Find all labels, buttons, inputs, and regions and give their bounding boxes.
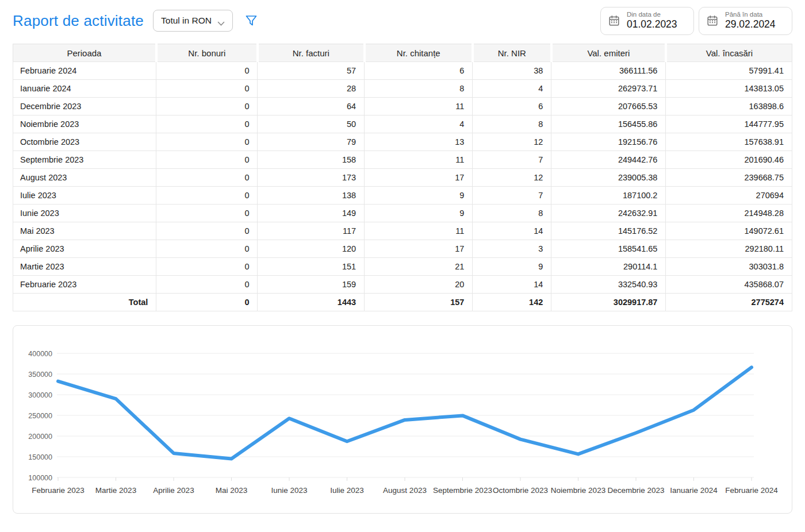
table-header: PerioadaNr. bonuriNr. facturiNr. chitanț… bbox=[13, 44, 792, 62]
value-cell: 292180.11 bbox=[666, 240, 792, 258]
x-axis-tick-label: Februarie 2023 bbox=[32, 486, 85, 495]
value-cell: 239005.38 bbox=[551, 169, 666, 187]
value-cell: 0 bbox=[156, 169, 258, 187]
value-cell: 249442.76 bbox=[551, 151, 666, 169]
value-cell: 20 bbox=[365, 276, 473, 294]
x-axis-tick-label: Mai 2023 bbox=[216, 486, 248, 495]
value-cell: 0 bbox=[156, 115, 258, 133]
currency-dropdown-value: Totul in RON bbox=[161, 16, 212, 26]
x-axis-tick-label: August 2023 bbox=[383, 486, 427, 495]
value-cell: 57991.41 bbox=[666, 62, 792, 80]
report-page: Raport de activitate Totul in RON Din da bbox=[0, 7, 805, 514]
column-header: Perioada bbox=[13, 44, 156, 62]
value-cell: 163898.6 bbox=[666, 98, 792, 115]
value-cell: 28 bbox=[258, 80, 365, 98]
value-cell: 9 bbox=[365, 187, 473, 205]
value-cell: 366111.56 bbox=[551, 62, 666, 80]
table-row: Februarie 202301592014332540.93435868.07 bbox=[13, 276, 792, 294]
x-axis-tick-label: Decembrie 2023 bbox=[607, 486, 664, 495]
value-cell: 157638.91 bbox=[666, 133, 792, 151]
value-cell: 187100.2 bbox=[551, 187, 666, 205]
table-row: Octombrie 20230791312192156.76157638.91 bbox=[13, 133, 792, 151]
value-cell: 4 bbox=[365, 115, 473, 133]
x-axis-tick-label: Martie 2023 bbox=[95, 486, 136, 495]
value-cell: 156455.86 bbox=[551, 115, 666, 133]
value-cell: 201690.46 bbox=[666, 151, 792, 169]
table-row: Septembrie 20230158117249442.76201690.46 bbox=[13, 151, 792, 169]
table-row: Aprilie 20230120173158541.65292180.11 bbox=[13, 240, 792, 258]
period-cell: Aprilie 2023 bbox=[13, 240, 156, 258]
value-cell: 12 bbox=[473, 133, 551, 151]
value-cell: 14 bbox=[473, 222, 551, 240]
date-from-picker[interactable]: Din data de 01.02.2023 bbox=[600, 7, 694, 35]
table-row: Mai 202301171114145176.52149072.61 bbox=[13, 222, 792, 240]
chart-card: 4000003500003000002500002000001500001000… bbox=[13, 325, 792, 514]
value-cell: 50 bbox=[258, 115, 365, 133]
period-cell: Decembrie 2023 bbox=[13, 98, 156, 115]
value-cell: 4 bbox=[473, 80, 551, 98]
table-row: Ianuarie 202402884262973.71143813.05 bbox=[13, 80, 792, 98]
y-axis-tick-label: 350000 bbox=[28, 371, 52, 379]
value-cell: 159 bbox=[258, 276, 365, 294]
period-cell: Septembrie 2023 bbox=[13, 151, 156, 169]
table-footer: Total014431571423029917.872775274 bbox=[13, 294, 792, 311]
total-row: Total014431571423029917.872775274 bbox=[13, 294, 792, 311]
value-cell: 6 bbox=[365, 62, 473, 80]
value-cell: 6 bbox=[473, 98, 551, 115]
value-cell: 138 bbox=[258, 187, 365, 205]
top-bar: Raport de activitate Totul in RON Din da bbox=[13, 7, 792, 34]
column-header: Nr. chitanțe bbox=[365, 44, 473, 62]
period-cell: Iulie 2023 bbox=[13, 187, 156, 205]
value-cell: 149 bbox=[258, 205, 365, 222]
value-cell: 192156.76 bbox=[551, 133, 666, 151]
column-header: Nr. facturi bbox=[258, 44, 365, 62]
x-axis-tick-label: Octombrie 2023 bbox=[493, 486, 548, 495]
value-cell: 207665.53 bbox=[551, 98, 666, 115]
value-cell: 0 bbox=[156, 258, 258, 276]
value-cell: 9 bbox=[473, 258, 551, 276]
currency-dropdown[interactable]: Totul in RON bbox=[153, 10, 233, 32]
value-cell: 3 bbox=[473, 240, 551, 258]
period-cell: Iunie 2023 bbox=[13, 205, 156, 222]
period-cell: August 2023 bbox=[13, 169, 156, 187]
value-cell: 8 bbox=[473, 115, 551, 133]
value-cell: 0 bbox=[156, 222, 258, 240]
period-cell: Februarie 2023 bbox=[13, 276, 156, 294]
value-cell: 11 bbox=[365, 151, 473, 169]
value-cell: 0 bbox=[156, 205, 258, 222]
table-row: Iulie 2023013897187100.2270694 bbox=[13, 187, 792, 205]
table-row: August 202301731712239005.38239668.75 bbox=[13, 169, 792, 187]
total-value-cell: 0 bbox=[156, 294, 258, 311]
period-cell: Noiembrie 2023 bbox=[13, 115, 156, 133]
table-row: Iunie 2023014998242632.91214948.28 bbox=[13, 205, 792, 222]
total-value-cell: 2775274 bbox=[666, 294, 792, 311]
period-cell: Martie 2023 bbox=[13, 258, 156, 276]
value-cell: 332540.93 bbox=[551, 276, 666, 294]
value-cell: 0 bbox=[156, 187, 258, 205]
date-to-picker[interactable]: Până în data 29.02.2024 bbox=[699, 7, 792, 35]
filter-button[interactable] bbox=[244, 13, 259, 28]
value-cell: 151 bbox=[258, 258, 365, 276]
x-axis-tick-label: Iunie 2023 bbox=[271, 486, 307, 495]
column-header: Val. emiteri bbox=[551, 44, 666, 62]
table-header-row: PerioadaNr. bonuriNr. facturiNr. chitanț… bbox=[13, 44, 792, 62]
value-cell: 7 bbox=[473, 187, 551, 205]
filter-funnel-icon bbox=[244, 14, 258, 28]
total-value-cell: 1443 bbox=[258, 294, 365, 311]
y-axis-tick-label: 150000 bbox=[28, 453, 52, 461]
value-cell: 64 bbox=[258, 98, 365, 115]
value-cell: 158 bbox=[258, 151, 365, 169]
value-cell: 0 bbox=[156, 276, 258, 294]
value-cell: 0 bbox=[156, 240, 258, 258]
date-to-value: 29.02.2024 bbox=[725, 18, 776, 30]
x-axis-tick-label: Noiembrie 2023 bbox=[551, 486, 605, 495]
x-axis-tick-label: Septembrie 2023 bbox=[433, 486, 492, 495]
value-cell: 173 bbox=[258, 169, 365, 187]
value-cell: 143813.05 bbox=[666, 80, 792, 98]
table-row: Februarie 2024057638366111.5657991.41 bbox=[13, 62, 792, 80]
date-from-value: 01.02.2023 bbox=[627, 18, 677, 30]
value-cell: 145176.52 bbox=[551, 222, 666, 240]
y-axis-tick-label: 300000 bbox=[28, 391, 52, 399]
date-from-label: Din data de bbox=[627, 11, 677, 18]
table-row: Noiembrie 202305048156455.86144777.95 bbox=[13, 115, 792, 133]
